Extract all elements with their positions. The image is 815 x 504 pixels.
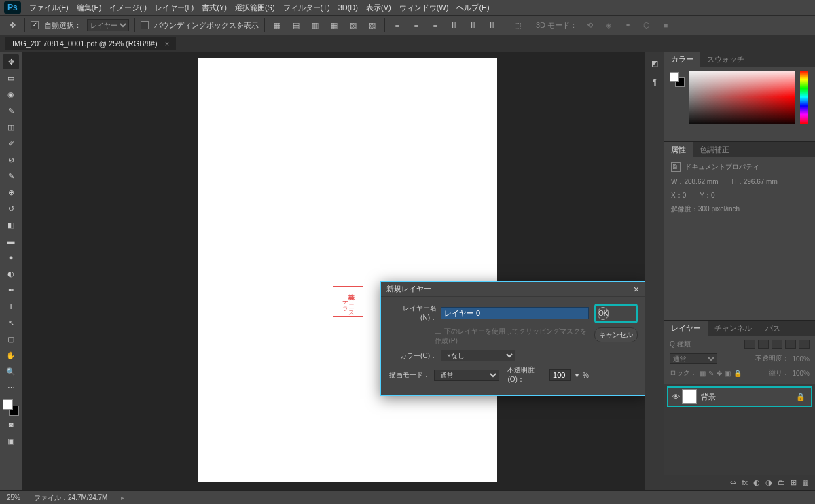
auto-select-checkbox[interactable]	[31, 21, 39, 29]
zoom-tool[interactable]: 🔍	[3, 364, 19, 379]
lock-icon[interactable]: ▣	[725, 370, 731, 377]
brush-tool[interactable]: ✎	[3, 168, 19, 183]
eyedropper-tool[interactable]: ✐	[3, 136, 19, 151]
healing-tool[interactable]: ⊘	[3, 152, 19, 167]
layer-name-input[interactable]	[441, 307, 589, 319]
hue-slider[interactable]	[800, 71, 808, 124]
menu-view[interactable]: 表示(V)	[366, 3, 391, 13]
char-panel-icon[interactable]: ¶	[649, 76, 661, 88]
opacity-val[interactable]: 100%	[792, 355, 810, 363]
align-icon[interactable]: ▦	[327, 18, 341, 32]
eraser-tool[interactable]: ◧	[3, 217, 19, 232]
color-picker-area[interactable]	[689, 71, 795, 124]
filter-adjust-icon[interactable]	[758, 340, 769, 349]
close-icon[interactable]: ×	[634, 284, 639, 295]
screenmode-tool[interactable]: ▣	[3, 433, 19, 448]
tab-color[interactable]: カラー	[664, 52, 700, 67]
tab-properties[interactable]: 属性	[664, 142, 693, 158]
move-tool[interactable]: ✥	[3, 54, 19, 69]
stamp-tool[interactable]: ⊕	[3, 185, 19, 200]
opacity-input[interactable]	[549, 369, 571, 381]
visibility-icon[interactable]: 👁	[670, 393, 682, 401]
tab-layers[interactable]: レイヤー	[664, 321, 708, 336]
crop-tool[interactable]: ◫	[3, 120, 19, 134]
menu-filter[interactable]: フィルター(T)	[283, 3, 330, 13]
document-tab[interactable]: IMG_20170814_0001.pdf @ 25% (RGB/8#) ×	[5, 37, 176, 50]
tab-swatches[interactable]: スウォッチ	[700, 52, 751, 67]
history-brush-tool[interactable]: ↺	[3, 201, 19, 216]
adjustment-icon[interactable]: ◑	[765, 478, 772, 487]
distribute-icon[interactable]: ≡	[391, 18, 404, 32]
filter-shape-icon[interactable]	[785, 340, 796, 349]
lock-icon[interactable]: 🔒	[734, 370, 742, 377]
trash-icon[interactable]: 🗑	[802, 478, 810, 486]
filter-kind[interactable]: Q 種類	[670, 340, 691, 349]
group-icon[interactable]: 🗀	[778, 478, 785, 486]
menu-type[interactable]: 書式(Y)	[202, 3, 227, 13]
3d-icon[interactable]: ◈	[602, 18, 615, 32]
lock-icon[interactable]: ✥	[717, 370, 722, 377]
menu-layer[interactable]: レイヤー(L)	[155, 3, 194, 13]
distribute-icon[interactable]: Ⅲ	[467, 18, 480, 32]
align-icon[interactable]: ▤	[289, 18, 303, 32]
shape-tool[interactable]: ▢	[3, 331, 19, 346]
blendmode-select[interactable]: 通常	[434, 370, 499, 381]
marquee-tool[interactable]: ▭	[3, 71, 19, 86]
distribute-icon[interactable]: ≡	[429, 18, 442, 32]
fx-icon[interactable]: fx	[742, 478, 748, 486]
lock-icon[interactable]: ✎	[708, 370, 714, 377]
canvas[interactable]	[198, 58, 497, 482]
color-swatch[interactable]	[670, 72, 685, 87]
edit-toolbar[interactable]: ⋯	[3, 380, 19, 395]
canvas-area[interactable]: 株式会社 ニュー ステラ 新規レイヤー × レイヤー名(N)： 下のレイヤーを使…	[22, 52, 645, 490]
ok-button[interactable]: OK	[598, 307, 609, 320]
blur-tool[interactable]: ●	[3, 250, 19, 265]
filter-smart-icon[interactable]	[799, 340, 810, 349]
color-select[interactable]: ×なし	[441, 350, 515, 361]
layer-name[interactable]: 背景	[701, 392, 796, 402]
menu-image[interactable]: イメージ(I)	[109, 3, 146, 13]
3d-icon[interactable]: ⬡	[640, 18, 653, 32]
close-tab-icon[interactable]: ×	[165, 39, 169, 48]
history-panel-icon[interactable]: ◩	[649, 57, 661, 69]
quick-select-tool[interactable]: ✎	[3, 103, 19, 118]
3d-icon[interactable]: ■	[659, 18, 672, 32]
align-icon[interactable]: ▥	[308, 18, 322, 32]
lasso-tool[interactable]: ◉	[3, 87, 19, 102]
align-icon[interactable]: ▧	[346, 18, 360, 32]
align-icon[interactable]: ▨	[365, 18, 379, 32]
distribute-icon[interactable]: ≡	[410, 18, 423, 32]
fill-val[interactable]: 100%	[792, 370, 810, 377]
filter-pixel-icon[interactable]	[744, 340, 755, 349]
filter-type-icon[interactable]	[772, 340, 782, 349]
tab-channels[interactable]: チャンネル	[708, 321, 759, 336]
lock-icon[interactable]: ▦	[700, 370, 706, 377]
auto-align-icon[interactable]: ⬚	[511, 18, 524, 32]
quickmask-tool[interactable]: ◙	[3, 417, 19, 432]
tab-adjustments[interactable]: 色調補正	[693, 142, 736, 158]
menu-select[interactable]: 選択範囲(S)	[235, 3, 275, 13]
file-info[interactable]: ファイル：24.7M/24.7M	[34, 493, 107, 503]
dodge-tool[interactable]: ◐	[3, 266, 19, 281]
menu-window[interactable]: ウィンドウ(W)	[399, 3, 449, 13]
distribute-icon[interactable]: Ⅲ	[486, 18, 499, 32]
bbox-checkbox[interactable]	[141, 21, 149, 29]
new-layer-icon[interactable]: ⊞	[791, 478, 797, 487]
menu-file[interactable]: ファイル(F)	[29, 3, 69, 13]
tab-paths[interactable]: パス	[759, 321, 787, 336]
3d-icon[interactable]: ✦	[621, 18, 634, 32]
auto-select-target[interactable]: レイヤー	[87, 19, 129, 31]
hand-tool[interactable]: ✋	[3, 348, 19, 363]
menu-3d[interactable]: 3D(D)	[338, 3, 358, 12]
lock-icon[interactable]: 🔒	[796, 393, 805, 401]
blend-select[interactable]: 通常	[670, 353, 717, 364]
link-icon[interactable]: ⇔	[730, 478, 736, 487]
type-tool[interactable]: T	[3, 299, 19, 314]
move-tool-icon[interactable]: ✥	[5, 18, 19, 32]
gradient-tool[interactable]: ▬	[3, 234, 19, 249]
distribute-icon[interactable]: Ⅲ	[448, 18, 461, 32]
cancel-button[interactable]: キャンセル	[594, 327, 638, 342]
align-icon[interactable]: ▦	[270, 18, 284, 32]
zoom-level[interactable]: 25%	[7, 494, 20, 501]
color-swatch[interactable]	[3, 399, 19, 416]
